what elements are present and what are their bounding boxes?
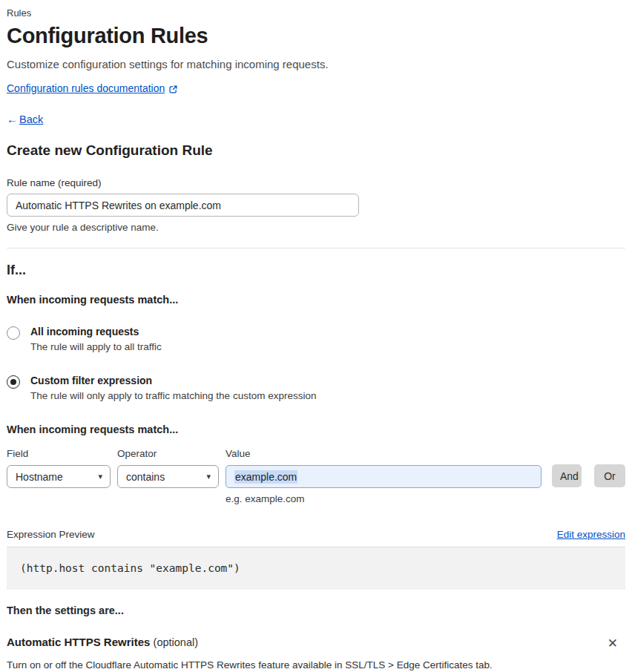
rule-name-help: Give your rule a descriptive name. [7, 222, 625, 233]
setting-optional-label: (optional) [154, 636, 198, 648]
value-help: e.g. example.com [226, 493, 542, 504]
back-row: ← Back [7, 113, 625, 125]
operator-select-value: contains [126, 471, 165, 483]
back-link[interactable]: Back [19, 113, 43, 125]
field-label: Field [7, 448, 111, 459]
radio-custom-filter-expression[interactable]: Custom filter expression The rule will o… [7, 375, 625, 401]
page-title: Configuration Rules [7, 24, 625, 48]
rule-name-label: Rule name (required) [7, 177, 625, 188]
value-label: Value [226, 448, 542, 459]
value-input-text: example.com [234, 470, 297, 484]
expression-preview-section: Expression Preview Edit expression (http… [7, 529, 625, 590]
or-button[interactable]: Or [594, 464, 625, 487]
if-heading: If... [7, 263, 625, 278]
radio-all-incoming-requests[interactable]: All incoming requests The rule will appl… [7, 326, 625, 352]
documentation-link[interactable]: Configuration rules documentation [7, 82, 165, 94]
close-icon[interactable]: ✕ [605, 636, 621, 651]
configuration-rules-page: Rules Configuration Rules Customize conf… [0, 0, 632, 672]
setting-title: Automatic HTTPS Rewrites [7, 636, 150, 648]
field-select[interactable]: Hostname ▾ [7, 465, 111, 488]
section-divider [7, 248, 625, 248]
create-rule-heading: Create new Configuration Rule [7, 142, 625, 159]
then-heading: Then the settings are... [7, 605, 625, 616]
value-input[interactable]: example.com [226, 465, 542, 488]
operator-select[interactable]: contains ▾ [117, 465, 219, 488]
radio-icon-unselected[interactable] [7, 326, 20, 340]
page-subtitle: Customize configuration settings for mat… [7, 58, 625, 70]
radio-custom-label: Custom filter expression [30, 375, 316, 386]
field-select-value: Hostname [16, 471, 63, 483]
chevron-down-icon: ▾ [98, 472, 102, 481]
setting-header: Automatic HTTPS Rewrites (optional) ✕ [7, 636, 625, 651]
doc-link-row: Configuration rules documentation [7, 82, 625, 94]
rule-name-input[interactable] [7, 194, 359, 217]
external-link-icon [168, 85, 178, 94]
breadcrumb: Rules [7, 7, 625, 19]
edit-expression-link[interactable]: Edit expression [557, 529, 625, 540]
expression-code-block: (http.host contains "example.com") [7, 547, 625, 590]
expression-preview-label: Expression Preview [7, 529, 95, 540]
and-button[interactable]: And [552, 464, 582, 487]
back-arrow-icon: ← [7, 113, 18, 125]
expression-builder-row: Field Hostname ▾ Operator contains ▾ Val… [7, 448, 625, 504]
match-type-heading: When incoming requests match... [7, 294, 625, 306]
radio-all-description: The rule will apply to all traffic [30, 341, 162, 352]
radio-custom-description: The rule will only apply to traffic matc… [30, 390, 316, 401]
chevron-down-icon: ▾ [206, 472, 211, 481]
radio-icon-selected[interactable] [7, 375, 20, 389]
setting-description: Turn on or off the Cloudflare Automatic … [7, 659, 625, 671]
builder-heading: When incoming requests match... [7, 424, 625, 435]
radio-all-label: All incoming requests [30, 326, 162, 337]
operator-label: Operator [117, 448, 219, 459]
